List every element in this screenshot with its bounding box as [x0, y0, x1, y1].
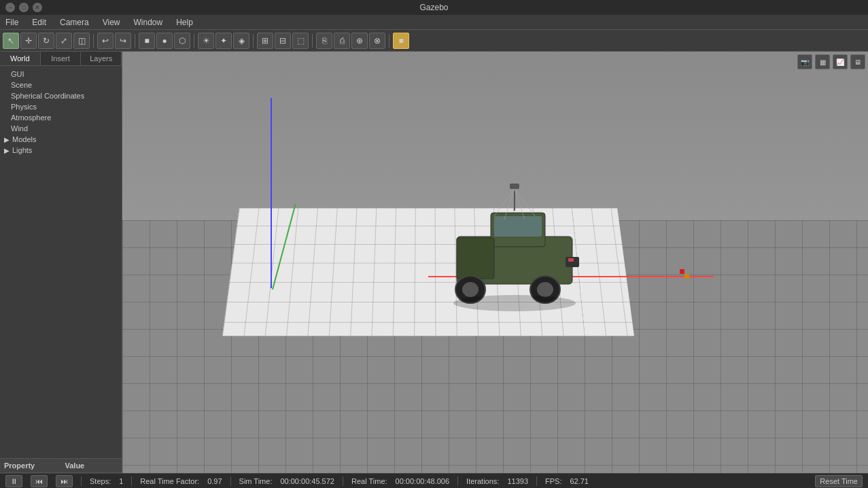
wireframe-button[interactable]: ⬚: [292, 33, 309, 49]
properties-header: Property Value: [0, 459, 122, 473]
status-sep-1: [81, 476, 82, 486]
step-back-button[interactable]: ⏮: [31, 475, 48, 487]
status-sep-4: [343, 476, 343, 486]
models-arrow: ▶: [4, 136, 10, 143]
svg-point-11: [537, 282, 553, 297]
copy-button[interactable]: ⎘: [316, 33, 332, 49]
hide-all-button[interactable]: ⊟: [275, 33, 291, 49]
svg-rect-17: [680, 269, 684, 274]
status-sep-6: [536, 476, 537, 486]
undo-button[interactable]: ↩: [97, 33, 114, 49]
step-forward-button[interactable]: ⏭: [56, 475, 73, 487]
menu-view[interactable]: View: [100, 16, 123, 29]
tab-insert[interactable]: Insert: [41, 52, 82, 65]
paste-button[interactable]: ⎙: [334, 33, 350, 49]
add-sphere-button[interactable]: ●: [156, 33, 173, 49]
axis-blue: [271, 98, 272, 288]
reset-time-button[interactable]: Reset Time: [815, 475, 863, 487]
scale-tool-button[interactable]: ⤢: [56, 33, 72, 49]
real-time-label: Real Time:: [351, 477, 387, 485]
prop-col-property: Property: [0, 459, 61, 472]
lights-arrow: ▶: [4, 147, 10, 154]
real-time-value: 00:00:00:48.006: [396, 477, 450, 485]
rotate-tool-button[interactable]: ↻: [38, 33, 54, 49]
redo-button[interactable]: ↪: [115, 33, 131, 49]
sidebar-tabs: World Insert Layers: [0, 52, 122, 66]
point-light-button[interactable]: ✦: [215, 33, 232, 49]
viewport-right-controls: 📷 ▦ 📈 🖥: [797, 54, 865, 69]
fps-label: FPS:: [545, 477, 561, 485]
properties-panel: Property Value: [0, 458, 122, 473]
pause-button[interactable]: ⏸: [5, 475, 22, 487]
svg-rect-3: [457, 238, 494, 279]
menu-edit[interactable]: Edit: [29, 16, 49, 29]
viewport[interactable]: 📷 ▦ 📈 🖥: [122, 52, 868, 473]
status-sep-3: [230, 476, 231, 486]
rtf-label: Real Time Factor:: [140, 477, 199, 485]
svg-point-16: [453, 295, 576, 311]
status-sep-5: [457, 476, 458, 486]
rtf-value: 0.97: [207, 477, 222, 485]
toolbar-sep-3: [194, 34, 194, 48]
svg-line-6: [494, 189, 515, 216]
iterations-label: Iterations:: [466, 477, 499, 485]
toolbar-sep-4: [253, 34, 254, 48]
fps-value: 62.71: [570, 477, 589, 485]
toolbar: ↖ ✛ ↻ ⤢ ◫ ↩ ↪ ■ ● ⬡ ☀ ✦ ◈ ⊞ ⊟ ⬚ ⎘ ⎙ ⊕ ⊗ …: [0, 30, 868, 52]
screenshot-button[interactable]: 📷: [797, 54, 812, 69]
menu-window[interactable]: Window: [131, 16, 166, 29]
tab-world[interactable]: World: [0, 52, 41, 65]
cursor-indicator: [680, 269, 689, 279]
sim-time-value: 00:00:00:45.572: [280, 477, 334, 485]
tab-layers[interactable]: Layers: [81, 52, 122, 65]
tree-item-lights[interactable]: ▶Lights: [0, 145, 122, 156]
prop-col-value: Value: [61, 459, 122, 472]
status-sep-2: [131, 476, 132, 486]
tree-item-scene[interactable]: Scene: [0, 80, 122, 90]
svg-point-13: [462, 282, 479, 297]
close-button[interactable]: ✕: [33, 3, 42, 12]
tree-item-models[interactable]: ▶Models: [0, 134, 122, 145]
menu-camera[interactable]: Camera: [57, 16, 92, 29]
svg-rect-2: [494, 216, 542, 237]
show-all-button[interactable]: ⊞: [257, 33, 273, 49]
title-bar: – □ ✕ Gazebo: [0, 0, 868, 15]
sun-light-button[interactable]: ☀: [198, 33, 214, 49]
toolbar-sep-1: [93, 34, 94, 48]
add-cylinder-button[interactable]: ⬡: [174, 33, 190, 49]
record-button[interactable]: ■: [393, 33, 409, 49]
minimize-button[interactable]: –: [5, 3, 15, 12]
tree-item-gui[interactable]: GUI: [0, 69, 122, 80]
sim-time-label: Sim Time:: [239, 477, 273, 485]
vehicle-model: [436, 182, 593, 318]
snap-tool-button[interactable]: ◫: [73, 33, 90, 49]
window-title: Gazebo: [419, 3, 448, 12]
iterations-value: 11393: [507, 477, 528, 485]
snap2-button[interactable]: ⊗: [369, 33, 385, 49]
plot-button[interactable]: 📈: [833, 54, 848, 69]
steps-value: 1: [119, 477, 123, 485]
sidebar-tree: GUI Scene Spherical Coordinates Physics …: [0, 66, 122, 458]
align-button[interactable]: ⊕: [351, 33, 368, 49]
tree-item-spherical-coords[interactable]: Spherical Coordinates: [0, 90, 122, 101]
toolbar-sep-5: [312, 34, 313, 48]
window-controls[interactable]: – □ ✕: [5, 3, 42, 12]
select-tool-button[interactable]: ↖: [3, 33, 19, 49]
translate-tool-button[interactable]: ✛: [20, 33, 37, 49]
menu-file[interactable]: File: [3, 16, 21, 29]
svg-line-9: [515, 189, 535, 216]
tree-item-physics[interactable]: Physics: [0, 101, 122, 112]
menu-help[interactable]: Help: [173, 16, 196, 29]
add-box-button[interactable]: ■: [139, 33, 155, 49]
maximize-button[interactable]: □: [19, 3, 29, 12]
menu-bar: File Edit Camera View Window Help: [0, 15, 868, 30]
tree-item-atmosphere[interactable]: Atmosphere: [0, 112, 122, 123]
sidebar: World Insert Layers GUI Scene Spherical …: [0, 52, 122, 473]
grid-button[interactable]: ▦: [815, 54, 830, 69]
spot-light-button[interactable]: ◈: [233, 33, 249, 49]
tree-item-wind[interactable]: Wind: [0, 123, 122, 134]
svg-rect-18: [684, 274, 689, 279]
toolbar-sep-6: [389, 34, 389, 48]
status-bar: ⏸ ⏮ ⏭ Steps: 1 Real Time Factor: 0.97 Si…: [0, 473, 868, 488]
display-button[interactable]: 🖥: [850, 54, 865, 69]
